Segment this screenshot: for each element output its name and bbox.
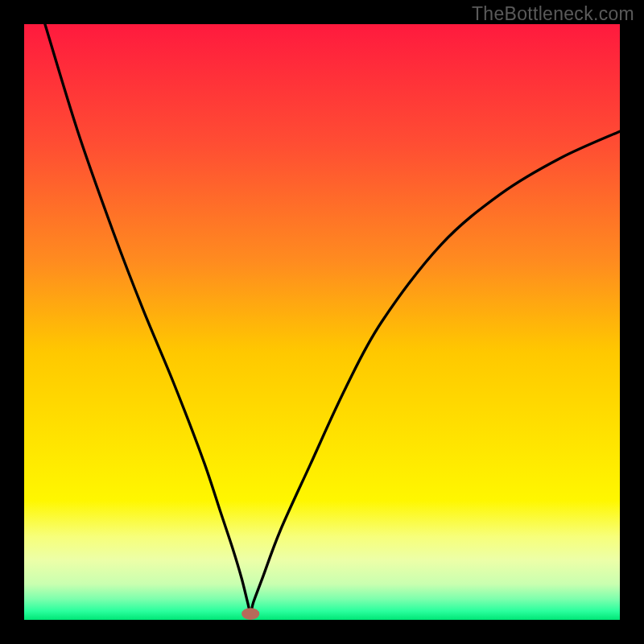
watermark-text: TheBottleneck.com	[472, 3, 634, 25]
chart-frame: TheBottleneck.com	[0, 0, 644, 644]
gradient-background	[24, 24, 620, 620]
optimum-marker	[242, 608, 259, 620]
bottleneck-chart	[24, 24, 620, 620]
